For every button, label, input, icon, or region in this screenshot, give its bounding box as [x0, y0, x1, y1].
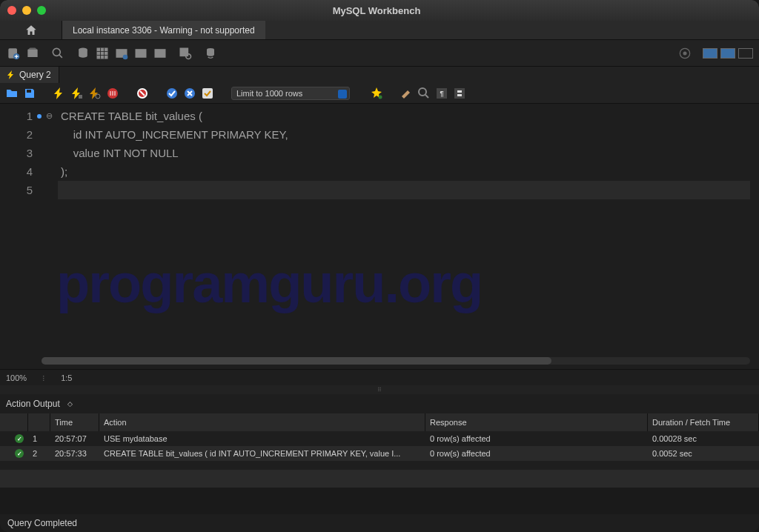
svg-rect-9 [180, 47, 189, 56]
close-window-button[interactable] [7, 6, 16, 15]
create-schema-icon[interactable] [76, 46, 90, 61]
svg-point-13 [683, 51, 687, 55]
cursor-position: 1:5 [61, 373, 72, 382]
editor-status-bar: 100% ⫶ 1:5 [0, 369, 759, 385]
query-tab-bar: Query 2 [0, 67, 759, 83]
limit-rows-select[interactable]: Limit to 1000 rows [231, 87, 350, 100]
explain-icon[interactable] [89, 87, 101, 99]
find-icon[interactable] [400, 87, 412, 99]
beautify-icon[interactable] [371, 87, 382, 99]
rollback-icon[interactable] [184, 87, 196, 99]
status-text: Query Completed [7, 518, 77, 528]
create-function-icon[interactable] [153, 46, 168, 61]
main-toolbar [0, 40, 759, 67]
search-table-icon[interactable] [178, 46, 193, 61]
bottom-panel-toggle[interactable] [720, 48, 735, 59]
lightning-icon [7, 70, 15, 79]
save-file-icon[interactable] [24, 87, 36, 99]
svg-rect-8 [155, 49, 166, 58]
svg-point-20 [167, 88, 177, 99]
minimize-window-button[interactable] [22, 6, 31, 15]
new-sql-tab-icon[interactable] [6, 46, 21, 61]
limit-rows-label: Limit to 1000 rows [236, 89, 302, 98]
zoom-level[interactable]: 100% [6, 373, 27, 382]
connection-tab-label: Local instance 3306 - Warning - not supp… [73, 25, 255, 36]
col-action-header[interactable]: Action [99, 413, 425, 431]
output-row[interactable]: 1 20:57:07 USE mydatabase 0 row(s) affec… [0, 431, 759, 446]
line-number-gutter: 1 2 3 4 5 [0, 104, 37, 369]
left-panel-toggle[interactable] [703, 48, 717, 59]
no-limit-icon[interactable] [136, 87, 148, 99]
fold-icon[interactable]: ⊖ [46, 111, 53, 121]
svg-rect-14 [27, 90, 31, 93]
invisible-chars-icon[interactable] [418, 87, 430, 99]
open-file-icon[interactable] [6, 87, 18, 99]
window-controls [7, 6, 46, 15]
query-tab-label: Query 2 [19, 70, 51, 80]
output-empty-row [0, 470, 759, 488]
output-table-header: Time Action Response Duration / Fetch Ti… [0, 413, 759, 431]
autocommit-icon[interactable] [202, 87, 213, 99]
pane-splitter[interactable]: ⠿ [0, 385, 759, 394]
right-panel-toggle[interactable] [738, 48, 753, 59]
query-toolbar: Limit to 1000 rows ¶ [0, 83, 759, 104]
output-row[interactable]: 2 20:57:33 CREATE TABLE bit_values ( id … [0, 446, 759, 461]
create-table-icon[interactable] [95, 46, 110, 61]
svg-point-16 [96, 94, 100, 99]
code-line: id INT AUTO_INCREMENT PRIMARY KEY, [61, 125, 759, 144]
action-output-header: Action Output ◇ [0, 394, 759, 413]
svg-rect-7 [136, 49, 147, 58]
window-title: MySQL Workbench [46, 5, 707, 16]
open-sql-file-icon[interactable] [25, 46, 40, 61]
code-line: value INT NOT NULL [61, 144, 759, 162]
sql-editor[interactable]: 1 2 3 4 5 ⊖ CREATE TABLE bit_values ( id… [0, 104, 759, 369]
col-duration-header[interactable]: Duration / Fetch Time [648, 413, 759, 431]
commit-icon[interactable] [166, 87, 178, 99]
svg-rect-22 [202, 88, 213, 99]
svg-rect-27 [454, 88, 465, 99]
fold-gutter: ⊖ [37, 104, 58, 369]
query-tab[interactable]: Query 2 [0, 67, 59, 83]
code-line [61, 181, 759, 199]
code-line: ); [61, 162, 759, 181]
statement-marker [37, 114, 42, 119]
svg-rect-4 [97, 47, 108, 59]
snippets-icon[interactable] [454, 87, 465, 99]
stop-icon[interactable] [107, 87, 119, 99]
svg-rect-15 [79, 95, 82, 99]
connection-tab-bar: Local instance 3306 - Warning - not supp… [0, 21, 759, 40]
svg-text:¶: ¶ [440, 90, 443, 97]
code-line: CREATE TABLE bit_values ( [61, 107, 759, 125]
output-dropdown-icon[interactable]: ◇ [67, 400, 73, 408]
code-content[interactable]: CREATE TABLE bit_values ( id INT AUTO_IN… [58, 104, 759, 369]
maximize-window-button[interactable] [37, 6, 46, 15]
zoom-divider: ⫶ [42, 373, 46, 382]
action-output-table: Time Action Response Duration / Fetch Ti… [0, 413, 759, 488]
create-procedure-icon[interactable] [133, 46, 148, 61]
settings-icon[interactable] [677, 46, 692, 61]
inspector-icon[interactable] [50, 46, 65, 61]
svg-point-6 [123, 54, 128, 59]
panel-toggle-group [703, 48, 753, 59]
connection-tab[interactable]: Local instance 3306 - Warning - not supp… [62, 21, 265, 39]
home-tab[interactable] [0, 21, 62, 39]
titlebar: MySQL Workbench [0, 0, 759, 21]
create-view-icon[interactable] [114, 46, 129, 61]
execute-current-icon[interactable] [71, 87, 83, 99]
col-response-header[interactable]: Response [425, 413, 648, 431]
col-time-header[interactable]: Time [50, 413, 99, 431]
execute-icon[interactable] [53, 87, 65, 99]
success-icon [15, 449, 24, 458]
success-icon [15, 434, 24, 443]
reconnect-icon[interactable] [203, 46, 218, 61]
status-bar: Query Completed [0, 514, 759, 532]
wrap-icon[interactable]: ¶ [436, 87, 448, 99]
svg-point-23 [379, 95, 382, 99]
action-output-label: Action Output [6, 399, 60, 409]
svg-point-24 [419, 88, 426, 96]
